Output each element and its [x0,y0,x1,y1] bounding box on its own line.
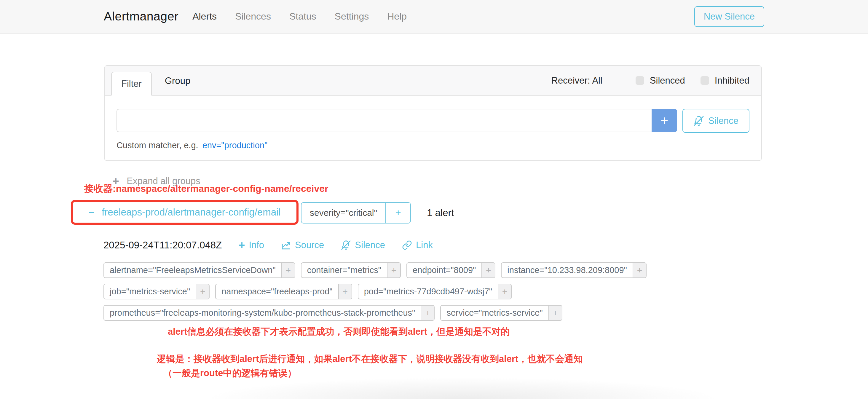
silence-filter-label: Silence [708,116,739,126]
silenced-checkbox[interactable] [636,76,644,85]
severity-matcher-group: severity="critical" + [301,202,411,223]
label-add-filter-button[interactable]: + [196,284,209,299]
collapse-minus-icon: − [89,207,95,217]
label-text: namespace="freeleaps-prod" [216,284,338,299]
silence-filter-button[interactable]: Silence [682,109,749,133]
annotation-red-box: − freeleaps-prod/alertmanager-config/ema… [71,200,299,225]
label-text: endpoint="8009" [407,263,482,277]
alert-info-link[interactable]: + Info [239,240,264,250]
alert-meta-row: 2025-09-24T11:20:07.048Z + Info Source S… [103,240,433,251]
nav-item-alerts[interactable]: Alerts [192,11,217,22]
alert-source-link[interactable]: Source [281,240,324,250]
nav-item-settings[interactable]: Settings [335,11,369,22]
label-add-filter-button[interactable]: + [281,263,295,277]
new-silence-button[interactable]: New Silence [694,6,764,27]
label-chip-endpoint: endpoint="8009" + [406,262,495,278]
label-chip-namespace: namespace="freeleaps-prod" + [215,284,352,299]
label-chip-job: job="metrics-service" + [103,284,210,299]
filter-header-controls: Receiver: All Silenced Inhibited [551,75,749,86]
nav-item-help[interactable]: Help [387,11,407,22]
label-chip-service: service="metrics-service" + [440,305,562,321]
alert-permalink[interactable]: Link [402,240,433,250]
tab-group[interactable]: Group [162,66,193,96]
label-text: alertname="FreeleapsMetricsServiceDown" [104,263,281,277]
info-plus-icon: + [239,240,245,250]
receiver-group-toggle[interactable]: − freeleaps-prod/alertmanager-config/ema… [87,206,282,218]
silence-label: Silence [355,240,385,250]
filter-card-header: Filter Group Receiver: All Silenced Inhi… [105,66,761,96]
label-text: container="metrics" [302,263,387,277]
silenced-label: Silenced [650,75,685,86]
link-icon [402,240,412,250]
label-text: instance="10.233.98.209:8009" [502,263,632,277]
info-label: Info [249,240,264,250]
annotation-alert-note: alert信息必须在接收器下才表示配置成功，否则即使能看到alert，但是通知是… [168,326,510,338]
label-text: service="metrics-service" [441,306,548,320]
matcher-input[interactable] [117,109,652,132]
alert-labels: alertname="FreeleapsMetricsServiceDown" … [103,262,647,326]
label-add-filter-button[interactable]: + [498,284,511,299]
label-chip-alertname: alertname="FreeleapsMetricsServiceDown" … [103,262,295,278]
filter-card: Filter Group Receiver: All Silenced Inhi… [104,65,762,161]
bottom-shadow [202,377,723,399]
nav-item-silences[interactable]: Silences [235,11,271,22]
label-add-filter-button[interactable]: + [632,263,646,277]
label-text: prometheus="freeleaps-monitoring-system/… [104,306,421,320]
label-text: pod="metrics-77d9cdb497-wdsj7" [359,284,498,299]
tab-filter[interactable]: Filter [111,72,152,96]
receiver-group-name: freeleaps-prod/alertmanager-config/email [102,207,280,218]
label-chip-container: container="metrics" + [301,262,401,278]
alertmanager-page: Alertmanager Alerts Silences Status Sett… [0,0,868,399]
add-matcher-button[interactable]: + [652,109,677,132]
app-brand[interactable]: Alertmanager [104,9,179,23]
bell-slash-icon [341,240,351,250]
inhibited-checkbox-item[interactable]: Inhibited [701,75,749,86]
severity-matcher-label: severity="critical" [302,203,385,223]
label-add-filter-button[interactable]: + [421,306,434,320]
alert-timestamp: 2025-09-24T11:20:07.048Z [103,240,222,251]
alert-count: 1 alert [427,202,454,223]
silenced-checkbox-item[interactable]: Silenced [636,75,685,86]
bell-slash-icon [693,116,704,126]
inhibited-checkbox[interactable] [701,76,709,85]
labels-row-2: job="metrics-service" + namespace="freel… [103,284,647,299]
inhibited-label: Inhibited [715,75,749,86]
alert-silence-link[interactable]: Silence [341,240,385,250]
annotation-route-note: （一般是route中的逻辑有错误） [163,367,297,379]
severity-add-filter-button[interactable]: + [385,203,410,223]
top-navbar: Alertmanager Alerts Silences Status Sett… [0,0,868,33]
receiver-dropdown[interactable]: Receiver: All [551,75,602,86]
labels-row-3: prometheus="freeleaps-monitoring-system/… [103,305,647,321]
link-label: Link [416,240,433,250]
label-add-filter-button[interactable]: + [338,284,351,299]
label-add-filter-button[interactable]: + [549,306,562,320]
matcher-example-link[interactable]: env="production" [203,141,268,150]
label-add-filter-button[interactable]: + [482,263,495,277]
matcher-help-text: Custom matcher, e.g.env="production" [117,141,749,150]
labels-row-1: alertname="FreeleapsMetricsServiceDown" … [103,262,647,278]
chart-icon [281,240,291,250]
nav-links: Alerts Silences Status Settings Help [192,11,407,22]
source-label: Source [295,240,324,250]
annotation-logic-note: 逻辑是：接收器收到alert后进行通知，如果alert不在接收器下，说明接收器没… [157,353,583,365]
annotation-receiver-path: 接收器:namespace/altermanager-config-name/r… [84,182,328,195]
label-chip-prometheus: prometheus="freeleaps-monitoring-system/… [103,305,435,321]
label-chip-pod: pod="metrics-77d9cdb497-wdsj7" + [358,284,512,299]
matcher-input-row: + Silence [117,109,749,133]
label-text: job="metrics-service" [104,284,196,299]
filter-card-body: + Silence Custom matcher, e.g.env="produ… [105,96,761,150]
nav-item-status[interactable]: Status [289,11,316,22]
matcher-help-label: Custom matcher, e.g. [117,141,198,150]
label-chip-instance: instance="10.233.98.209:8009" + [501,262,647,278]
label-add-filter-button[interactable]: + [387,263,400,277]
